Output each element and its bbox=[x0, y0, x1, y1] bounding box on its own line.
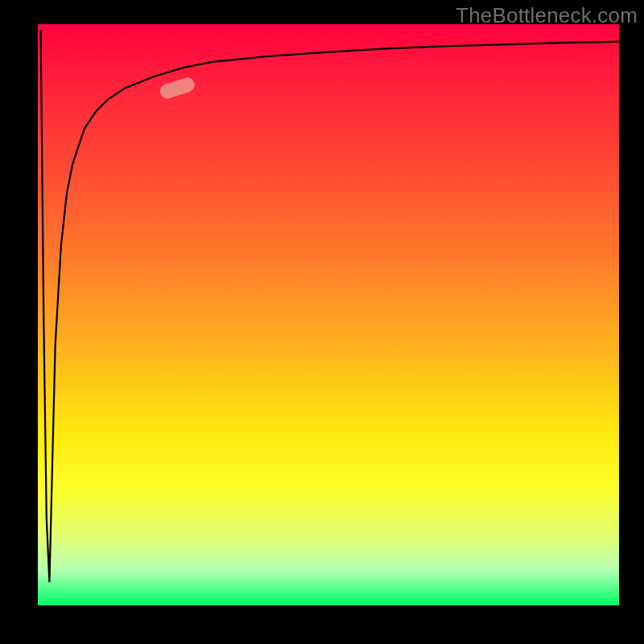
plot-area bbox=[38, 24, 619, 605]
watermark-text: TheBottleneck.com bbox=[456, 3, 638, 28]
chart-frame: TheBottleneck.com bbox=[0, 0, 644, 644]
